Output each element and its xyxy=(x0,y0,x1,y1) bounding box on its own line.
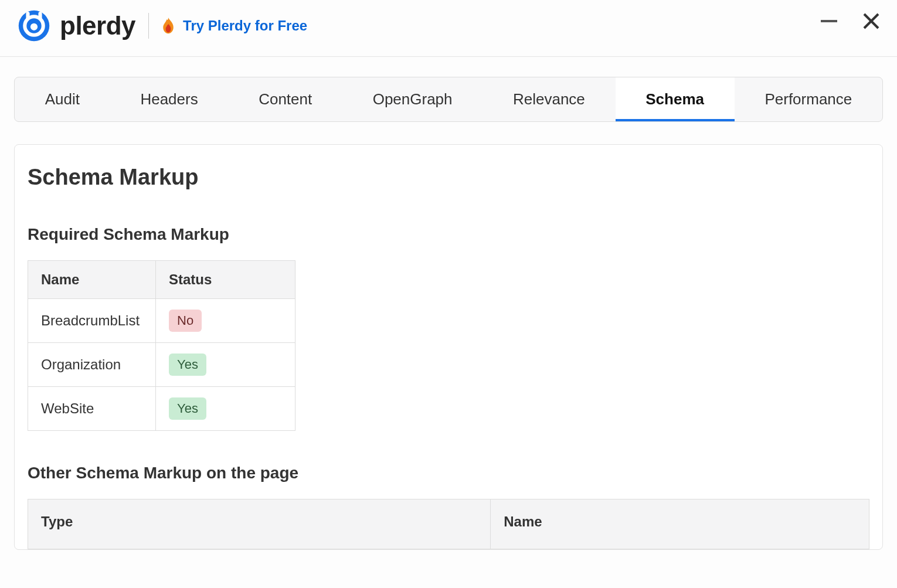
flame-icon xyxy=(162,18,175,34)
tab-label: Headers xyxy=(140,90,198,108)
col-header-type: Type xyxy=(28,499,491,549)
table-row: Organization Yes xyxy=(28,343,295,387)
tab-label: Content xyxy=(259,90,312,108)
status-badge: Yes xyxy=(169,397,206,420)
col-header-status: Status xyxy=(156,261,295,299)
col-header-name: Name xyxy=(491,499,869,549)
tab-opengraph[interactable]: OpenGraph xyxy=(342,77,483,121)
brand-text: plerdy xyxy=(60,11,135,40)
tab-label: Performance xyxy=(765,90,852,108)
svg-rect-3 xyxy=(821,20,837,22)
tab-schema[interactable]: Schema xyxy=(616,77,735,121)
required-schema-table: Name Status BreadcrumbList No Organizati… xyxy=(28,260,295,431)
tab-audit[interactable]: Audit xyxy=(15,77,110,121)
tab-label: Schema xyxy=(645,90,704,108)
table-row: WebSite Yes xyxy=(28,387,295,431)
schema-status-cell: Yes xyxy=(156,387,295,431)
tabs: Audit Headers Content OpenGraph Relevanc… xyxy=(14,77,883,122)
other-schema-table: Type Name xyxy=(28,499,869,549)
brand[interactable]: plerdy xyxy=(18,9,135,42)
other-schema-heading: Other Schema Markup on the page xyxy=(28,464,869,482)
plerdy-logo-icon xyxy=(18,9,50,42)
minimize-button[interactable] xyxy=(821,20,837,22)
tab-label: Relevance xyxy=(513,90,585,108)
svg-point-2 xyxy=(30,23,38,30)
required-schema-heading: Required Schema Markup xyxy=(28,225,869,244)
schema-status-cell: Yes xyxy=(156,343,295,387)
schema-name: Organization xyxy=(28,343,156,387)
header-divider xyxy=(148,13,149,39)
page-title: Schema Markup xyxy=(28,165,869,190)
schema-status-cell: No xyxy=(156,299,295,343)
col-header-name: Name xyxy=(28,261,156,299)
schema-name: WebSite xyxy=(28,387,156,431)
tab-relevance[interactable]: Relevance xyxy=(483,77,615,121)
app-header: plerdy Try Plerdy for Free xyxy=(0,0,897,57)
tab-label: Audit xyxy=(45,90,80,108)
tab-content[interactable]: Content xyxy=(228,77,342,121)
tab-label: OpenGraph xyxy=(373,90,453,108)
schema-panel: Schema Markup Required Schema Markup Nam… xyxy=(14,144,883,550)
try-plerdy-link[interactable]: Try Plerdy for Free xyxy=(183,18,307,34)
status-badge: Yes xyxy=(169,354,206,376)
table-row: BreadcrumbList No xyxy=(28,299,295,343)
status-badge: No xyxy=(169,310,202,332)
close-button[interactable] xyxy=(863,13,879,29)
tab-performance[interactable]: Performance xyxy=(735,77,882,121)
tab-headers[interactable]: Headers xyxy=(110,77,229,121)
window-controls xyxy=(821,13,879,29)
schema-name: BreadcrumbList xyxy=(28,299,156,343)
